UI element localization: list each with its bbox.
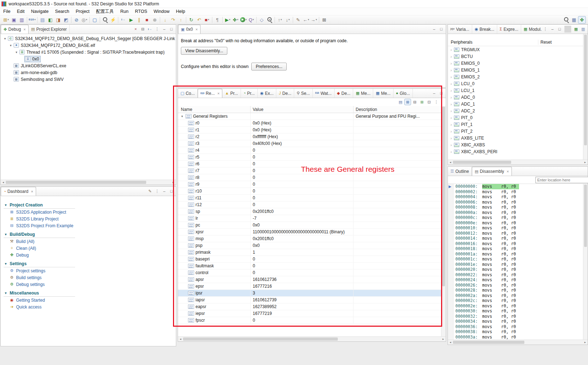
primask[interactable]: ▾primask1 — [178, 249, 441, 256]
minimize-icon[interactable]: –▾ — [161, 188, 168, 195]
save-all-icon[interactable]: ▥▾ — [18, 16, 26, 24]
disassembly-row[interactable]: 00000002:movsr0, r0 — [448, 189, 583, 195]
tab-modules[interactable]: ▦Modul...× — [521, 25, 542, 34]
quick-settings-icon[interactable]: ◩▾ — [62, 16, 70, 24]
menu-project[interactable]: Project — [73, 8, 93, 15]
peripheral-row[interactable]: ›PIT_2 — [448, 128, 583, 135]
menu-window[interactable]: Window — [150, 8, 173, 15]
instruction-stepping-icon[interactable]: i→▾ — [147, 26, 153, 33]
faultmask[interactable]: ▾faultmask0 — [178, 263, 441, 269]
prev-annotation-icon[interactable]: ↑▾ — [276, 16, 284, 24]
apsr[interactable]: ▾apsr1610612736 — [178, 276, 441, 283]
remove-terminated-icon[interactable]: ×▾ — [132, 26, 139, 33]
toolbar-icon[interactable]: ▾ — [256, 17, 257, 23]
disassembly-row[interactable]: 00000020:movsr0, r0 — [448, 267, 583, 272]
view-menu-icon[interactable]: ⋮▾ — [542, 26, 549, 33]
layered-view-icon[interactable]: ▤▾ — [397, 99, 404, 105]
close-icon[interactable]: × — [31, 189, 33, 194]
r9[interactable]: ▾r90 — [178, 181, 441, 188]
expander-icon[interactable]: › — [448, 143, 453, 147]
peripheral-row[interactable]: ›ADC_2 — [448, 107, 583, 114]
menu-config-tools[interactable]: 配置工具 — [93, 8, 117, 15]
maximize-icon[interactable]: □▾ — [438, 90, 445, 97]
menu-navigate[interactable]: Navigate — [28, 8, 52, 15]
location-input[interactable] — [535, 177, 588, 183]
expander-icon[interactable]: ▾ — [9, 44, 13, 47]
minimize-icon[interactable]: –▾ — [161, 26, 168, 33]
disassembly-row[interactable]: 0000001c:movsr0, r0 — [448, 257, 583, 262]
tab-debug[interactable]: ✤Debug× — [1, 25, 29, 34]
r12[interactable]: ▾r120 — [178, 201, 441, 208]
toolbar-icon[interactable]: ▾ — [186, 17, 186, 23]
fpscr[interactable]: ▾fpscr0 — [178, 317, 441, 324]
debug-tree-item[interactable]: ▦JLinkGDBServerCL.exe — [1, 62, 176, 69]
disassembly-row[interactable]: 00000010:movsr0, r0 — [448, 225, 583, 231]
tab-memory[interactable]: ▦Me...× — [353, 89, 373, 98]
last-edit-location-icon[interactable]: ✎▾ — [294, 16, 302, 24]
disassembly-row[interactable]: 0000002c:movsr0, r0 — [448, 298, 583, 303]
customize-icon[interactable]: ✎▾ — [147, 188, 153, 195]
tab-console[interactable]: ▢Co...× — [178, 89, 198, 98]
disassembly-row[interactable]: 0000000e:movsr0, r0 — [448, 220, 583, 226]
General Registers[interactable]: ▾General RegistersGeneral Purpose and FP… — [178, 113, 441, 120]
toolbar-icon[interactable]: ▾ — [160, 17, 160, 23]
r2[interactable]: ▾r20xffffffff (Hex) — [178, 133, 441, 140]
r3[interactable]: ▾r30x40fc00 (Hex) — [178, 140, 441, 147]
peripheral-row[interactable]: ›ADC_0 — [448, 94, 583, 101]
basepri[interactable]: ▾basepri0 — [178, 256, 441, 263]
link-s32ds-project-from-example[interactable]: ⊟S32DS Project From Example — [4, 222, 176, 229]
tab-breakpoints[interactable]: ◉Break...× — [472, 25, 497, 34]
debug-tree-item[interactable]: ▾☰Thread #1 57005 (Suspended : Signal : … — [1, 49, 176, 55]
pin-editor-icon[interactable]: ⊠▾ — [320, 16, 328, 24]
flash-download-icon[interactable]: ⚡▾ — [109, 16, 117, 24]
disassembly-row[interactable]: 00000028:movsr0, r0 — [448, 288, 583, 293]
terminate-relaunch-icon[interactable]: ■▾ — [203, 16, 211, 24]
disconnect-icon[interactable]: ⊗▾ — [151, 16, 159, 24]
peripheral-row[interactable]: ›ADC_1 — [448, 101, 583, 107]
resume-icon[interactable]: ▶▾ — [127, 16, 135, 24]
step-return-icon[interactable]: ↑▾ — [177, 16, 185, 24]
restore-view2-icon[interactable]: ▥▾ — [580, 26, 587, 33]
disassembly-row[interactable]: 00000030:movsr0, r0 — [448, 308, 583, 314]
expander-icon[interactable]: ▾ — [3, 37, 7, 40]
peripheral-row[interactable]: ›LCU_0 — [448, 80, 583, 87]
view-menu-icon[interactable]: ⋮▾ — [154, 188, 160, 195]
expander-icon[interactable]: › — [448, 102, 453, 106]
disassembly-row[interactable]: 00000012:movsr0, r0 — [448, 231, 583, 236]
build-binary-icon[interactable]: 010▾ — [28, 16, 36, 24]
scroll-left-icon[interactable]: ◄ — [448, 341, 453, 344]
disassembly-row[interactable]: 00000008:movsr0, r0 — [448, 205, 583, 210]
r1[interactable]: ▾r10x0 (Hex) — [178, 127, 441, 133]
r11[interactable]: ▾r110 — [178, 195, 441, 201]
registers-hscrollbar[interactable]: ◄ ► — [178, 336, 446, 341]
menu-file[interactable]: File — [0, 8, 14, 15]
link-debug[interactable]: ✤Debug — [4, 252, 176, 258]
expander-icon[interactable]: › — [448, 95, 453, 99]
expander-icon[interactable]: › — [448, 116, 453, 120]
link-project-settings[interactable]: ⚙Project settings — [4, 267, 176, 274]
expander-icon[interactable]: › — [448, 129, 453, 133]
section-expander-icon[interactable]: ▾ — [4, 233, 8, 236]
scroll-left-icon[interactable]: ◄ — [448, 161, 453, 164]
breakpoint-types-icon[interactable]: ◎▾ — [80, 16, 88, 24]
tab-0x0[interactable]: ▣0x0× — [178, 25, 201, 34]
debug-tree-item[interactable]: ▦Semihosting and SWV — [1, 76, 176, 83]
maximize-icon[interactable]: □▾ — [438, 26, 445, 33]
expander-icon[interactable]: › — [448, 122, 453, 127]
xpsr[interactable]: ▾xpsr11000001000000000000000000000011 (B… — [178, 229, 441, 235]
new-c-project-icon[interactable]: ▤▾ — [39, 16, 46, 24]
debug-tree-item[interactable]: ☰0x0 — [1, 55, 176, 62]
peripheral-row[interactable]: ›PIT_1 — [448, 121, 583, 128]
link-debug-settings[interactable]: ⚙Debug settings — [4, 281, 176, 288]
r4[interactable]: ▾r40 — [178, 147, 441, 154]
toolbar-icon[interactable]: ▾ — [275, 17, 275, 23]
instruction-step-icon[interactable]: i→▾ — [119, 16, 127, 24]
expander-icon[interactable]: › — [448, 109, 453, 113]
link-clean-all[interactable]: ✧Clean (All) — [4, 245, 176, 252]
disassembly-row[interactable]: 00000004:movsr0, r0 — [448, 194, 583, 200]
minimize-icon[interactable]: –▾ — [431, 90, 438, 97]
tab-global-variables[interactable]: ●Glo...× — [394, 89, 413, 98]
expander-icon[interactable]: ▾ — [14, 50, 19, 54]
quick-access-search-icon[interactable]: ▾ — [562, 16, 570, 24]
tab-registers[interactable]: 010Re...× — [198, 89, 223, 98]
